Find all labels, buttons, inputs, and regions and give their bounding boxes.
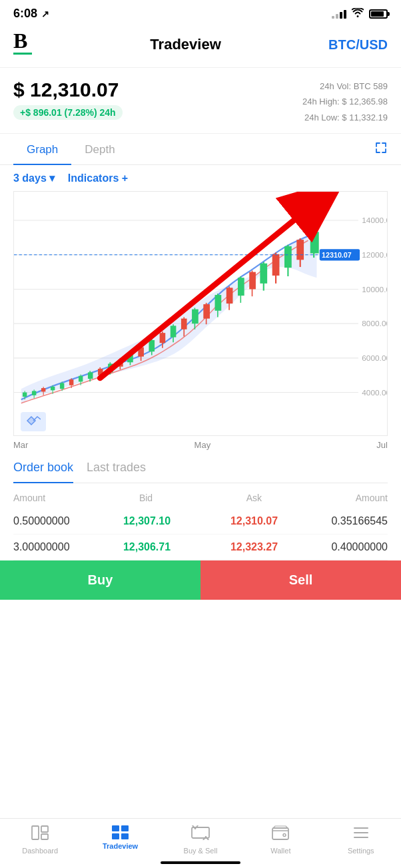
wifi-icon (352, 8, 364, 20)
svg-rect-17 (41, 388, 45, 391)
nav-label-buysell: Buy & Sell (184, 847, 218, 855)
row1-amount: 0.50000000 (13, 515, 93, 527)
svg-rect-75 (41, 834, 48, 839)
indicators-button[interactable]: Indicators + (68, 172, 128, 184)
svg-rect-21 (60, 383, 64, 389)
svg-text:8000.00: 8000.00 (362, 320, 387, 329)
price-section: $ 12,310.07 +$ 896.01 (7.28%) 24h 24h Vo… (0, 68, 401, 134)
expand-icon[interactable] (374, 141, 388, 157)
app-logo: B (13, 30, 43, 59)
col-header-amount-right: Amount (356, 493, 388, 503)
price-high: 24h High: $ 12,365.98 (302, 94, 388, 109)
svg-text:12000.00: 12000.00 (362, 250, 387, 260)
price-chart[interactable]: 14000.00 12000.00 10000.00 8000.00 6000.… (13, 191, 388, 436)
svg-rect-49 (203, 304, 210, 319)
svg-rect-41 (160, 333, 166, 343)
svg-rect-51 (215, 295, 222, 311)
col-header-amount: Amount (13, 493, 45, 503)
candlestick-chart: 14000.00 12000.00 10000.00 8000.00 6000.… (14, 192, 387, 435)
svg-rect-63 (284, 246, 292, 268)
svg-rect-15 (32, 391, 36, 395)
svg-rect-27 (88, 373, 93, 379)
svg-text:6000.00: 6000.00 (362, 353, 387, 363)
period-selector[interactable]: 3 days ▾ (13, 172, 55, 184)
col-header-bid: Bid (139, 493, 153, 503)
nav-label-dashboard: Dashboard (22, 847, 58, 855)
row2-ask: 12,323.27 (200, 541, 308, 553)
svg-rect-29 (98, 369, 103, 375)
svg-rect-23 (69, 379, 73, 385)
order-book-header: Amount Bid Ask Amount (13, 490, 388, 509)
svg-rect-57 (249, 272, 256, 290)
price-vol: 24h Vol: BTC 589 (302, 79, 388, 94)
svg-rect-19 (51, 387, 55, 390)
row1-bid: 12,307.10 (93, 515, 200, 527)
x-label-mar: Mar (13, 440, 28, 450)
svg-rect-59 (260, 264, 267, 284)
svg-rect-37 (138, 347, 144, 357)
svg-rect-39 (149, 340, 155, 351)
tab-order-book[interactable]: Order book (13, 461, 73, 483)
logo-underline (13, 53, 32, 55)
header-title: Tradeview (150, 36, 220, 53)
svg-text:4000.00: 4000.00 (362, 388, 387, 397)
nav-item-tradeview[interactable]: Tradeview (97, 825, 144, 855)
row1-amount-right: 0.35166545 (308, 515, 388, 527)
chart-zoom-icon[interactable] (21, 412, 46, 431)
svg-rect-31 (108, 364, 113, 373)
svg-text:12310.07: 12310.07 (322, 251, 352, 259)
tab-depth[interactable]: Depth (71, 134, 128, 164)
row2-amount-right: 0.40000000 (308, 541, 388, 553)
svg-rect-33 (118, 359, 123, 367)
tradeview-icon (112, 825, 129, 839)
svg-rect-76 (192, 827, 209, 838)
nav-item-settings[interactable]: Settings (338, 825, 384, 855)
status-time: 6:08 ↗ (13, 7, 49, 21)
price-stats: 24h Vol: BTC 589 24h High: $ 12,365.98 2… (302, 79, 388, 125)
nav-label-settings: Settings (348, 847, 374, 855)
tab-graph[interactable]: Graph (13, 134, 71, 164)
order-book-row: 0.50000000 12,307.10 12,310.07 0.3516654… (13, 509, 388, 535)
nav-label-tradeview: Tradeview (103, 842, 138, 850)
price-left: $ 12,310.07 +$ 896.01 (7.28%) 24h (13, 79, 123, 120)
dashboard-icon (31, 825, 49, 844)
col-header-ask: Ask (246, 493, 262, 503)
svg-rect-25 (79, 376, 83, 382)
row2-amount: 3.00000000 (13, 541, 93, 553)
buysell-icon (191, 825, 210, 844)
chart-x-axis: Mar May Jul (0, 436, 401, 450)
svg-rect-67 (310, 232, 319, 253)
signal-icon (332, 9, 346, 19)
order-tab-bar: Order book Last trades (13, 461, 388, 483)
row2-bid: 12,306.71 (93, 541, 200, 553)
svg-rect-55 (238, 278, 244, 296)
chart-controls: 3 days ▾ Indicators + (0, 165, 401, 191)
wallet-icon (272, 825, 289, 844)
battery-icon (369, 9, 388, 19)
trading-pair[interactable]: BTC/USD (328, 37, 388, 53)
svg-rect-35 (127, 352, 133, 362)
x-label-may: May (195, 440, 211, 450)
time-display: 6:08 (13, 7, 37, 21)
svg-rect-45 (181, 319, 187, 329)
nav-item-wallet[interactable]: Wallet (257, 825, 304, 855)
svg-rect-81 (272, 828, 288, 839)
nav-item-buysell[interactable]: Buy & Sell (177, 825, 224, 855)
sell-button[interactable]: Sell (200, 560, 401, 600)
tab-last-trades[interactable]: Last trades (87, 461, 146, 483)
buy-button[interactable]: Buy (0, 560, 200, 600)
svg-point-82 (283, 834, 286, 837)
home-indicator (161, 861, 240, 864)
price-low: 24h Low: $ 11,332.19 (302, 110, 388, 125)
svg-rect-61 (272, 254, 280, 276)
app-header: B Tradeview BTC/USD (0, 25, 401, 68)
status-bar: 6:08 ↗ (0, 0, 401, 25)
location-icon: ↗ (41, 9, 49, 19)
bottom-navigation: Dashboard Tradeview (0, 818, 401, 868)
logo-letter: B (13, 30, 27, 51)
nav-item-dashboard[interactable]: Dashboard (17, 825, 63, 855)
svg-rect-53 (226, 288, 233, 304)
order-book-row: 3.00000000 12,306.71 12,323.27 0.4000000… (13, 535, 388, 560)
svg-rect-73 (32, 826, 39, 839)
svg-rect-43 (171, 326, 177, 337)
